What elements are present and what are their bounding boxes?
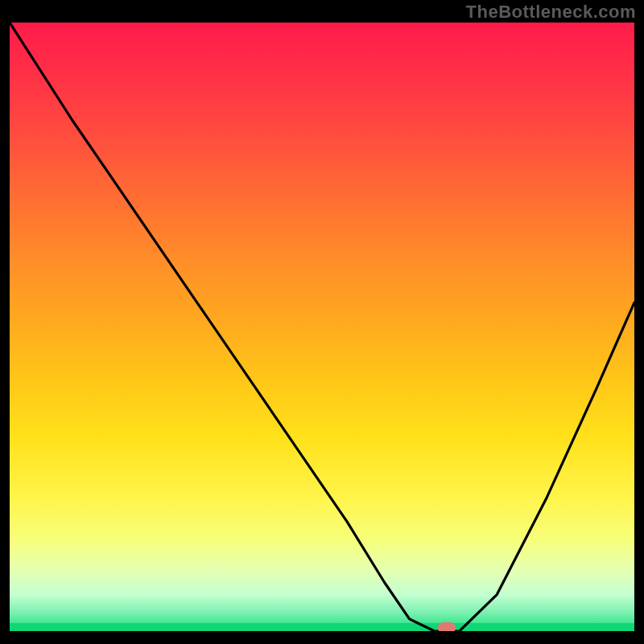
bottleneck-curve — [10, 23, 634, 631]
plot-area — [10, 23, 634, 631]
optimal-marker — [438, 622, 456, 631]
chart-frame: TheBottleneck.com — [0, 0, 644, 644]
watermark-label: TheBottleneck.com — [466, 2, 636, 23]
